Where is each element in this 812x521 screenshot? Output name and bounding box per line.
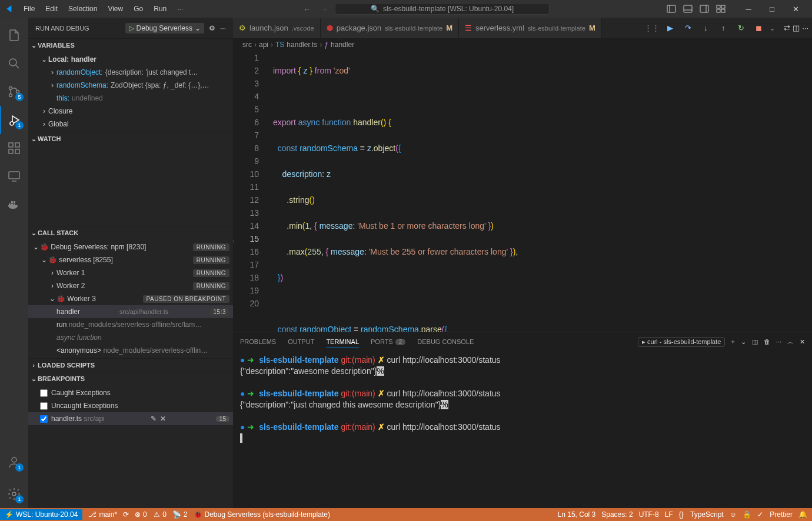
bp-uncaught[interactable]: Uncaught Exceptions [28,399,233,412]
restart-icon[interactable]: ↻ [734,21,748,35]
callstack-worker[interactable]: ⌄🐞 Worker 3PAUSED ON BREAKPOINT [28,292,233,305]
layout-panel-icon[interactable] [681,2,694,15]
split-terminal-icon[interactable]: ◫ [752,338,758,346]
step-over-icon[interactable]: ↷ [681,21,695,35]
window-close-icon[interactable]: ✕ [784,0,807,18]
bp-caught[interactable]: Caught Exceptions [28,386,233,399]
terminal[interactable]: ● ➜ sls-esbuild-template git:(main) ✗ cu… [233,351,812,508]
sb-debug-session[interactable]: 🐞Debug Serverless (sls-esbuild-template) [194,510,330,519]
bp-file[interactable]: handler.ts src/api✎✕15 [28,412,233,425]
sb-lncol[interactable]: Ln 15, Col 3 [558,510,596,519]
panel-tab-ports[interactable]: PORTS2 [371,336,405,348]
callstack-worker[interactable]: ›Worker 1RUNNING [28,266,233,279]
terminal-selector[interactable]: ▸ curl - sls-esbuild-template [638,337,725,347]
activity-search-icon[interactable] [0,49,28,78]
activity-settings-icon[interactable]: 1 [0,480,28,508]
code-editor[interactable]: import { z } from 'zod' export async fun… [268,51,753,332]
sb-lang[interactable]: {} TypeScript [679,510,724,519]
more-icon[interactable]: ··· [776,338,781,345]
window-maximize-icon[interactable]: □ [760,0,784,18]
panel-tab-terminal[interactable]: TERMINAL [326,336,359,348]
gear-icon[interactable]: ⚙ [209,24,215,32]
activity-docker-icon[interactable] [0,191,28,219]
new-terminal-icon[interactable]: + [731,338,734,345]
tab-serverless-yml[interactable]: ☰serverless.ymlsls-esbuild-templateM [459,18,602,38]
sb-branch[interactable]: ⎇main* [88,510,117,519]
sb-spaces[interactable]: Spaces: 2 [601,510,633,519]
tab-launch-json[interactable]: ⚙launch.json.vscode [233,18,321,38]
minimap[interactable] [753,51,812,332]
loadedscripts-section-header[interactable]: ›LOADED SCRIPTS [28,359,233,372]
step-into-icon[interactable]: ↓ [698,21,713,35]
tab-package-json[interactable]: ⬢package.jsonsls-esbuild-templateM [321,18,459,38]
panel-tab-problems[interactable]: PROBLEMS [240,336,276,348]
close-icon[interactable]: ✕ [160,415,166,423]
sb-encoding[interactable]: UTF-8 [639,510,659,519]
menu-file[interactable]: File [19,2,39,15]
variables-scope[interactable]: ›Global [28,118,233,131]
nav-forward-icon[interactable]: → [320,5,328,14]
sb-sync[interactable]: ⟳ [123,510,129,519]
drag-handle-icon[interactable]: ⋮⋮ [644,24,660,32]
continue-icon[interactable]: ▶ [663,21,677,35]
menu-view[interactable]: View [103,2,128,15]
sb-feedback-icon[interactable]: ☺ [730,510,737,519]
watch-section-header[interactable]: ⌄WATCH [28,132,233,145]
activity-extensions-icon[interactable] [0,134,28,162]
start-debug-icon[interactable]: ▷ [129,24,134,32]
compare-icon[interactable]: ⇄ [784,24,790,32]
callstack-frame[interactable]: async function [28,331,233,344]
panel-tab-output[interactable]: OUTPUT [288,336,314,348]
activity-run-debug-icon[interactable]: 1 [0,106,28,134]
sb-problems[interactable]: ⊗0 ⚠0 [135,510,167,519]
menu-selection[interactable]: Selection [64,2,102,15]
stop-icon[interactable]: ◼ [751,21,766,35]
chevron-down-icon[interactable]: ⌄ [769,24,776,32]
debug-config-selector[interactable]: ▷ Debug Serverless ⌄ [125,23,204,34]
callstack-session[interactable]: ⌄🐞 serverless [8255]RUNNING [28,253,233,266]
variables-section-header[interactable]: ⌄VARIABLES [28,39,233,52]
activity-account-icon[interactable]: 1 [0,448,28,476]
menu-edit[interactable]: Edit [41,2,62,15]
more-icon[interactable]: ··· [220,24,226,32]
layout-sidebar-right-icon[interactable] [698,2,711,15]
sb-bell-icon[interactable]: 🔔 [798,510,807,519]
sb-ports[interactable]: 📡2 [172,510,188,519]
activity-remote-explorer-icon[interactable] [0,162,28,191]
callstack-frame[interactable]: run node_modules/serverless-offline/src/… [28,318,233,331]
breadcrumb[interactable]: src› api› TShandler.ts› ƒhandler [233,38,812,51]
menu-run[interactable]: Run [149,2,171,15]
layout-customize-icon[interactable] [714,2,727,15]
layout-sidebar-left-icon[interactable] [665,2,678,15]
variables-scope[interactable]: ⌄Local: handler [28,53,233,66]
nav-back-icon[interactable]: ← [303,5,311,14]
more-icon[interactable]: ··· [802,24,808,32]
menu-overflow[interactable]: ··· [172,2,188,15]
callstack-frame[interactable]: handlersrc/api/handler.ts 15:3 [28,305,233,318]
line-gutter[interactable]: 1234567891011121314▷151617181920 [233,51,268,332]
kill-terminal-icon[interactable]: 🗑 [764,338,770,345]
activity-source-control-icon[interactable]: 5 [0,78,28,106]
callstack-worker[interactable]: ›Worker 2RUNNING [28,279,233,292]
variables-scope[interactable]: ›Closure [28,105,233,118]
split-editor-icon[interactable]: ◫ [793,24,800,32]
sb-prettier[interactable]: ✓ Prettier [757,510,793,519]
command-center[interactable]: 🔍 sls-esbuild-template [WSL: Ubuntu-20.0… [335,3,550,15]
chevron-down-icon[interactable]: ⌄ [741,338,746,346]
close-panel-icon[interactable]: ✕ [800,338,805,346]
sb-trusted-icon[interactable]: 🔒 [743,510,751,519]
breakpoints-section-header[interactable]: ⌄BREAKPOINTS [28,372,233,385]
callstack-section-header[interactable]: ⌄CALL STACK [28,226,233,239]
variable-row[interactable]: ›this:undefined [28,92,233,105]
remote-indicator[interactable]: ⚡WSL: Ubuntu-20.04 [0,509,82,520]
variable-row[interactable]: ›randomSchema:ZodObject {spa: ƒ, _def: {… [28,79,233,92]
sb-eol[interactable]: LF [665,510,673,519]
window-minimize-icon[interactable]: ─ [737,0,760,18]
edit-icon[interactable]: ✎ [151,415,157,423]
step-out-icon[interactable]: ↑ [716,21,730,35]
menu-go[interactable]: Go [129,2,148,15]
activity-explorer-icon[interactable] [0,21,28,49]
maximize-panel-icon[interactable]: ︿ [787,338,794,346]
callstack-frame[interactable]: <anonymous> node_modules/serverless-offl… [28,344,233,357]
variable-row[interactable]: ›randomObject:{description: 'just change… [28,66,233,79]
